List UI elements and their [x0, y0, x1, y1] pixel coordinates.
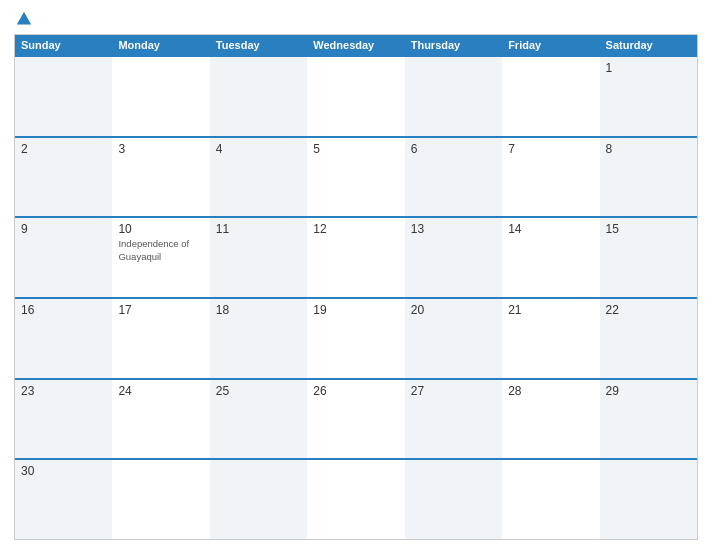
calendar-row-5: 30 [15, 458, 697, 539]
cal-cell: 25 [210, 380, 307, 459]
day-number: 24 [118, 384, 203, 398]
day-number: 28 [508, 384, 593, 398]
day-number: 22 [606, 303, 691, 317]
col-header-saturday: Saturday [600, 35, 697, 55]
day-number: 27 [411, 384, 496, 398]
cal-cell: 17 [112, 299, 209, 378]
cal-cell: 2 [15, 138, 112, 217]
logo-icon [15, 10, 33, 28]
calendar: SundayMondayTuesdayWednesdayThursdayFrid… [14, 34, 698, 540]
day-number: 23 [21, 384, 106, 398]
cal-cell: 27 [405, 380, 502, 459]
day-number: 30 [21, 464, 106, 478]
day-number: 3 [118, 142, 203, 156]
cal-cell: 29 [600, 380, 697, 459]
cal-cell: 20 [405, 299, 502, 378]
logo [14, 10, 33, 28]
day-event: Independence of Guayaquil [118, 238, 203, 263]
cal-cell [112, 57, 209, 136]
page: SundayMondayTuesdayWednesdayThursdayFrid… [0, 0, 712, 550]
header [14, 10, 698, 28]
day-number: 2 [21, 142, 106, 156]
cal-cell: 22 [600, 299, 697, 378]
cal-cell: 1 [600, 57, 697, 136]
day-number: 5 [313, 142, 398, 156]
day-number: 11 [216, 222, 301, 236]
day-number: 16 [21, 303, 106, 317]
cal-cell [405, 57, 502, 136]
cal-cell: 18 [210, 299, 307, 378]
day-number: 6 [411, 142, 496, 156]
cal-cell [600, 460, 697, 539]
col-header-tuesday: Tuesday [210, 35, 307, 55]
calendar-row-0: 1 [15, 55, 697, 136]
col-header-wednesday: Wednesday [307, 35, 404, 55]
cal-cell: 26 [307, 380, 404, 459]
cal-cell [112, 460, 209, 539]
cal-cell: 11 [210, 218, 307, 297]
cal-cell: 9 [15, 218, 112, 297]
cal-cell: 12 [307, 218, 404, 297]
cal-cell [210, 57, 307, 136]
cal-cell: 15 [600, 218, 697, 297]
cal-cell [502, 57, 599, 136]
day-number: 19 [313, 303, 398, 317]
cal-cell [210, 460, 307, 539]
day-number: 10 [118, 222, 203, 236]
day-number: 1 [606, 61, 691, 75]
cal-cell [405, 460, 502, 539]
calendar-row-3: 16171819202122 [15, 297, 697, 378]
cal-cell: 16 [15, 299, 112, 378]
day-number: 7 [508, 142, 593, 156]
day-number: 8 [606, 142, 691, 156]
cal-cell: 5 [307, 138, 404, 217]
day-number: 26 [313, 384, 398, 398]
cal-cell: 13 [405, 218, 502, 297]
calendar-header: SundayMondayTuesdayWednesdayThursdayFrid… [15, 35, 697, 55]
day-number: 17 [118, 303, 203, 317]
day-number: 20 [411, 303, 496, 317]
day-number: 12 [313, 222, 398, 236]
day-number: 14 [508, 222, 593, 236]
col-header-friday: Friday [502, 35, 599, 55]
day-number: 21 [508, 303, 593, 317]
day-number: 25 [216, 384, 301, 398]
day-number: 4 [216, 142, 301, 156]
cal-cell [307, 460, 404, 539]
cal-cell [307, 57, 404, 136]
cal-cell: 28 [502, 380, 599, 459]
day-number: 15 [606, 222, 691, 236]
cal-cell: 6 [405, 138, 502, 217]
cal-cell [15, 57, 112, 136]
cal-cell: 14 [502, 218, 599, 297]
cal-cell: 23 [15, 380, 112, 459]
calendar-row-4: 23242526272829 [15, 378, 697, 459]
calendar-row-1: 2345678 [15, 136, 697, 217]
cal-cell: 30 [15, 460, 112, 539]
cal-cell [502, 460, 599, 539]
calendar-body: 12345678910Independence of Guayaquil1112… [15, 55, 697, 539]
col-header-thursday: Thursday [405, 35, 502, 55]
cal-cell: 3 [112, 138, 209, 217]
cal-cell: 4 [210, 138, 307, 217]
day-number: 9 [21, 222, 106, 236]
calendar-row-2: 910Independence of Guayaquil1112131415 [15, 216, 697, 297]
cal-cell: 10Independence of Guayaquil [112, 218, 209, 297]
cal-cell: 19 [307, 299, 404, 378]
day-number: 13 [411, 222, 496, 236]
cal-cell: 7 [502, 138, 599, 217]
day-number: 29 [606, 384, 691, 398]
col-header-monday: Monday [112, 35, 209, 55]
col-header-sunday: Sunday [15, 35, 112, 55]
day-number: 18 [216, 303, 301, 317]
cal-cell: 24 [112, 380, 209, 459]
cal-cell: 21 [502, 299, 599, 378]
cal-cell: 8 [600, 138, 697, 217]
svg-marker-0 [17, 12, 31, 25]
